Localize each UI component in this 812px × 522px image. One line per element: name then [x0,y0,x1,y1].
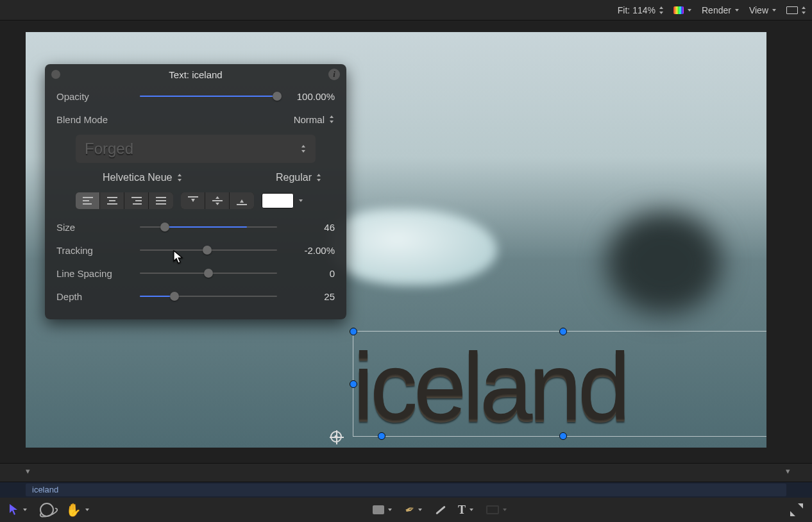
text-tool-button[interactable]: T [458,503,475,517]
select-tool-button[interactable] [9,503,28,516]
chevron-down-icon [387,506,393,514]
depth-slider[interactable] [140,290,277,303]
background-rock [606,212,722,314]
line-spacing-row: Line Spacing 0 [45,262,346,285]
tracking-value[interactable]: -2.00% [277,245,335,256]
chevron-down-icon [84,506,90,514]
text-layer-iceland[interactable]: iceland [353,332,627,441]
chevron-updown-icon [176,174,183,181]
info-icon[interactable]: i [328,69,340,80]
chevron-down-icon [734,6,740,14]
size-value[interactable]: 46 [277,222,335,233]
opacity-label: Opacity [56,91,140,102]
chevron-down-icon [298,197,304,205]
vertical-align-group [181,192,254,209]
blend-mode-row: Blend Mode Normal [45,108,346,131]
resize-icon [790,503,803,516]
mini-timeline-ruler[interactable]: ▾ ▾ [0,463,812,482]
font-weight-dropdown[interactable]: Regular [276,172,322,183]
blend-mode-value: Normal [294,114,325,125]
valign-middle-button[interactable] [205,192,230,209]
hand-icon: ✋ [65,502,81,518]
render-dropdown[interactable]: Render [702,5,740,15]
valign-bottom-button[interactable] [230,192,254,209]
background-iceberg [330,208,497,285]
mask-icon [486,505,499,514]
depth-value[interactable]: 25 [277,291,335,302]
chevron-down-icon [686,6,693,14]
view-layout-dropdown[interactable] [786,6,807,14]
fit-value: 114% [632,5,656,15]
align-right-button[interactable] [124,192,149,209]
brush-icon [436,505,446,514]
chevron-updown-icon [328,115,335,123]
text-hud-panel: Text: iceland i Opacity 100.00% Blend Mo… [45,64,346,319]
view-dropdown[interactable]: View [749,5,777,15]
orbit-tool-button[interactable] [40,503,54,517]
font-row: Helvetica Neue Regular [45,169,346,191]
size-row: Size 46 [45,215,346,239]
horizontal-align-group [76,192,173,209]
size-label: Size [56,222,140,233]
top-toolbar: Fit: 114% Render View [0,0,812,21]
orbit-icon [40,503,54,517]
opacity-row: Opacity 100.00% [45,85,346,108]
render-label: Render [702,5,731,15]
blend-mode-label: Blend Mode [56,114,140,125]
view-label: View [749,5,768,15]
pen-icon: ✒ [403,501,417,518]
line-spacing-slider[interactable] [140,267,277,280]
align-left-button[interactable] [76,192,100,209]
line-spacing-label: Line Spacing [56,268,140,279]
color-channel-dropdown[interactable] [673,6,693,14]
text-color-control[interactable] [262,193,304,208]
color-spectrum-icon [673,6,684,14]
mini-timeline-track: iceland [0,482,812,498]
anchor-point-icon[interactable] [330,431,342,442]
playhead-out-icon[interactable]: ▾ [786,466,790,476]
chevron-updown-icon [658,6,664,14]
canvas-viewport: iceland Text: iceland i Opacity 100.00 [0,21,812,463]
chevron-down-icon [468,506,475,514]
rectangle-icon [373,505,384,514]
text-style-preset-dropdown[interactable]: Forged [76,135,316,163]
view-layout-icon [786,6,798,14]
chevron-down-icon [771,6,777,14]
text-icon: T [458,503,466,517]
opacity-value[interactable]: 100.00% [277,91,335,102]
chevron-down-icon [22,506,28,514]
align-center-button[interactable] [100,192,124,209]
align-justify-button[interactable] [149,192,173,209]
close-icon[interactable] [51,70,60,79]
paint-tool-button[interactable] [435,509,446,511]
hud-header[interactable]: Text: iceland i [45,64,346,85]
timeline-clip-label: iceland [32,485,58,494]
timeline-clip[interactable]: iceland [26,484,786,496]
mask-tool-button[interactable] [486,505,508,514]
color-well[interactable] [262,193,294,208]
fit-zoom-control[interactable]: Fit: 114% [618,5,664,15]
shape-tool-button[interactable] [373,505,393,514]
font-family-dropdown[interactable]: Helvetica Neue [103,172,183,183]
fit-label: Fit: [618,5,630,15]
blend-mode-dropdown[interactable]: Normal [294,114,335,125]
chevron-updown-icon [800,6,807,14]
opacity-slider[interactable] [140,90,277,103]
chevron-updown-icon [316,174,322,181]
chevron-down-icon [417,506,423,514]
font-family-value: Helvetica Neue [103,172,173,183]
size-slider[interactable] [140,221,277,233]
depth-label: Depth [56,291,140,302]
pen-tool-button[interactable]: ✒ [405,503,423,517]
chevron-down-icon [502,506,508,514]
playhead-in-icon[interactable]: ▾ [26,466,30,476]
fullscreen-button[interactable] [790,503,803,516]
text-style-preset-value: Forged [85,140,133,158]
line-spacing-value[interactable]: 0 [277,268,335,279]
tracking-slider[interactable] [140,244,277,257]
tracking-label: Tracking [56,245,140,256]
valign-top-button[interactable] [181,192,205,209]
font-weight-value: Regular [276,172,312,183]
bottom-toolbar: ✋ ✒ T [0,498,812,522]
pan-tool-button[interactable]: ✋ [65,502,90,518]
